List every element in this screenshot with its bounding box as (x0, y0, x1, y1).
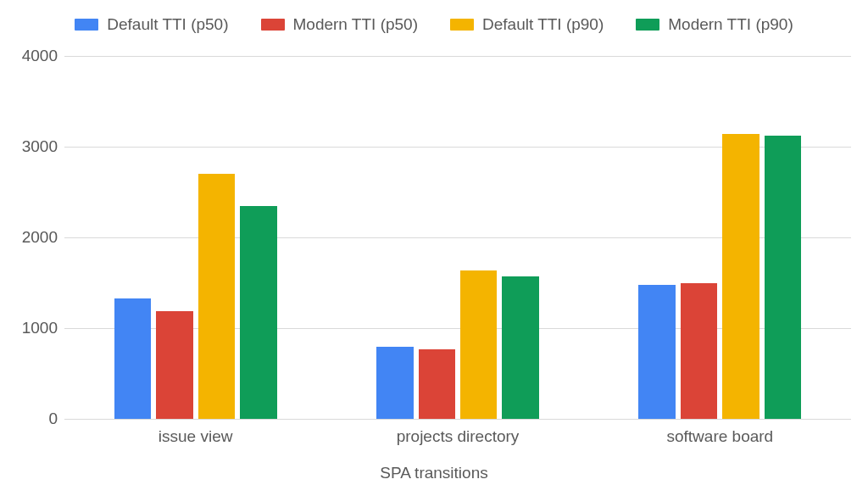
bar (765, 136, 801, 419)
legend-swatch (450, 19, 474, 31)
bar (156, 311, 192, 419)
bar (638, 285, 675, 419)
bar (681, 283, 717, 420)
legend-item: Default TTI (p90) (450, 15, 604, 34)
y-tick-label: 1000 (17, 319, 58, 337)
bars-layer (64, 56, 851, 419)
legend-item: Default TTI (p50) (75, 15, 228, 34)
chart-container: Default TTI (p50) Modern TTI (p50) Defau… (0, 0, 868, 496)
y-tick-label: 2000 (17, 228, 58, 247)
bar (722, 134, 759, 419)
legend-swatch (75, 19, 98, 31)
bar (376, 347, 413, 419)
legend-label: Default TTI (p50) (107, 15, 228, 34)
bar (240, 206, 276, 419)
y-tick-label: 0 (17, 410, 58, 428)
gridline (64, 419, 851, 420)
legend-item: Modern TTI (p90) (636, 15, 793, 34)
x-axis-label: SPA transitions (0, 464, 868, 482)
x-tick-label: software board (666, 427, 773, 446)
y-tick-label: 3000 (17, 137, 58, 156)
legend-swatch (261, 19, 285, 31)
legend-swatch (636, 19, 659, 31)
bar (460, 270, 497, 419)
legend: Default TTI (p50) Modern TTI (p50) Defau… (0, 15, 868, 34)
bar (419, 349, 455, 419)
legend-label: Modern TTI (p90) (668, 15, 793, 34)
legend-label: Modern TTI (p50) (293, 15, 418, 34)
x-tick-label: issue view (159, 427, 233, 446)
y-tick-label: 4000 (17, 47, 58, 65)
bar (114, 298, 151, 419)
x-tick-label: projects directory (397, 427, 520, 446)
bar (198, 174, 235, 419)
legend-item: Modern TTI (p50) (261, 15, 418, 34)
plot-area: 0 1000 2000 3000 4000 (64, 56, 851, 419)
legend-label: Default TTI (p90) (482, 15, 604, 34)
bar (502, 276, 538, 419)
